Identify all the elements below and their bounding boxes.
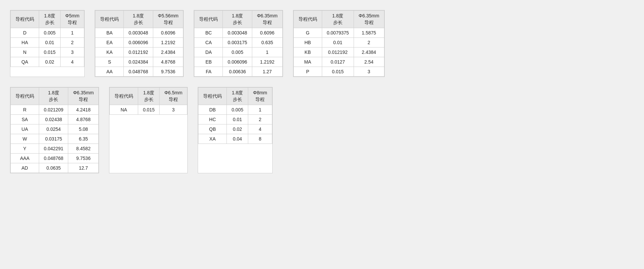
- table-cell: 0.04: [227, 134, 248, 144]
- table-cell: 4.2418: [68, 105, 99, 115]
- table-cell: 0.015: [39, 48, 61, 57]
- table-cell: 0.01: [227, 115, 248, 124]
- table-cell: 0.006096: [223, 57, 252, 67]
- table-cell: 1: [61, 28, 84, 38]
- table-cell: Y: [11, 144, 39, 154]
- table-cell: 1: [248, 105, 272, 115]
- table-row: QB0.024: [198, 124, 272, 134]
- table-cell: FA: [194, 67, 223, 77]
- table-cell: 4.8768: [153, 57, 183, 67]
- table-row: S0.0243844.8768: [95, 57, 183, 67]
- table-cell: HA: [11, 38, 39, 48]
- table-cell: 0.003048: [124, 28, 153, 38]
- column-header: 导程代码: [95, 11, 124, 28]
- table-cell: G: [293, 28, 322, 38]
- table-cell: 0.02: [227, 124, 248, 134]
- column-header: 导程代码: [11, 88, 39, 105]
- table-cell: DB: [198, 105, 227, 115]
- table-cell: R: [11, 105, 39, 115]
- table-cell: 4: [61, 57, 84, 67]
- table-cell: 0.0079375: [322, 28, 354, 38]
- column-header: 1.8度 步长: [322, 11, 354, 28]
- table-cell: 0.021209: [39, 105, 68, 115]
- table-cell: 0.048768: [124, 67, 153, 77]
- column-header: 1.8度 步长: [138, 88, 160, 105]
- table-cell: 1.27: [252, 67, 282, 77]
- table-cell: EB: [194, 57, 223, 67]
- table-row: UA0.02545.08: [11, 124, 99, 134]
- column-header: Φ6.35mm 导程: [354, 11, 384, 28]
- table-cell: 1.2192: [252, 57, 282, 67]
- table-row: N0.0153: [11, 48, 84, 57]
- table-row: CA0.0031750.635: [194, 38, 282, 48]
- table-cell: 9.7536: [153, 67, 183, 77]
- column-header: Φ6.5mm 导程: [160, 88, 187, 105]
- table-cell: XA: [198, 134, 227, 144]
- table-cell: 0.012192: [124, 48, 153, 57]
- table-row: MA0.01272.54: [293, 57, 384, 67]
- table-cell: NA: [110, 105, 138, 115]
- table-row: XA0.048: [198, 134, 272, 144]
- table-row: P0.0153: [293, 67, 384, 77]
- table-row: KB0.0121922.4384: [293, 48, 384, 57]
- column-header: 1.8度 步长: [39, 88, 68, 105]
- column-header: 导程代码: [293, 11, 322, 28]
- table-cell: KB: [293, 48, 322, 57]
- table-row: HA0.012: [11, 38, 84, 48]
- table-t7: 导程代码1.8度 步长Φ8mm 导程DB0.0051HC0.012QB0.024…: [198, 87, 272, 173]
- table-cell: 3: [354, 67, 384, 77]
- table-cell: D: [11, 28, 39, 38]
- table-cell: BC: [194, 28, 223, 38]
- table-cell: 0.01: [39, 38, 61, 48]
- table-cell: 0.635: [252, 38, 282, 48]
- table-row: BC0.0030480.6096: [194, 28, 282, 38]
- table-cell: QA: [11, 57, 39, 67]
- table-cell: SA: [11, 115, 39, 124]
- table-cell: 8: [248, 134, 272, 144]
- table-cell: 1.5875: [354, 28, 384, 38]
- table-cell: 6.35: [68, 134, 99, 144]
- column-header: 导程代码: [110, 88, 138, 105]
- table-cell: 0.005: [227, 105, 248, 115]
- data-table: 导程代码1.8度 步长Φ6.35mm 导程R0.0212094.2418SA0.…: [10, 87, 99, 173]
- data-table: 导程代码1.8度 步长Φ5mm 导程D0.0051HA0.012N0.0153Q…: [10, 10, 84, 67]
- table-cell: AD: [11, 163, 39, 173]
- column-header: 1.8度 步长: [39, 11, 61, 28]
- table-cell: 0.02438: [39, 115, 68, 124]
- data-table: 导程代码1.8度 步长Φ6.5mm 导程NA0.0153: [109, 87, 187, 115]
- data-table: 导程代码1.8度 步长Φ8mm 导程DB0.0051HC0.012QB0.024…: [198, 87, 272, 144]
- table-row: G0.00793751.5875: [293, 28, 384, 38]
- table-cell: 0.015: [138, 105, 160, 115]
- table-cell: 3: [61, 48, 84, 57]
- column-header: Φ6.35mm 导程: [68, 88, 99, 105]
- table-row: DB0.0051: [198, 105, 272, 115]
- table-cell: AA: [95, 67, 124, 77]
- table-cell: 0.6096: [153, 28, 183, 38]
- table-cell: 2: [354, 38, 384, 48]
- table-cell: HB: [293, 38, 322, 48]
- table-cell: 1: [252, 48, 282, 57]
- section-1: 导程代码1.8度 步长Φ5mm 导程D0.0051HA0.012N0.0153Q…: [10, 10, 634, 77]
- table-cell: 4: [248, 124, 272, 134]
- table-cell: AAA: [11, 154, 39, 163]
- table-cell: BA: [95, 28, 124, 38]
- table-cell: 0.003175: [223, 38, 252, 48]
- table-cell: S: [95, 57, 124, 67]
- column-header: Φ8mm 导程: [248, 88, 272, 105]
- page-container: 导程代码1.8度 步长Φ5mm 导程D0.0051HA0.012N0.0153Q…: [7, 7, 637, 187]
- table-t4: 导程代码1.8度 步长Φ6.35mm 导程G0.00793751.5875HB0…: [293, 10, 385, 77]
- table-cell: 0.00636: [223, 67, 252, 77]
- table-cell: 0.005: [39, 28, 61, 38]
- table-cell: 0.003048: [223, 28, 252, 38]
- table-row: AAA0.0487689.7536: [11, 154, 99, 163]
- table-cell: 5.08: [68, 124, 99, 134]
- table-cell: UA: [11, 124, 39, 134]
- table-cell: EA: [95, 38, 124, 48]
- table-row: FA0.006361.27: [194, 67, 282, 77]
- table-row: NA0.0153: [110, 105, 187, 115]
- table-row: Y0.0422918.4582: [11, 144, 99, 154]
- column-header: 导程代码: [11, 11, 39, 28]
- table-cell: CA: [194, 38, 223, 48]
- table-t1: 导程代码1.8度 步长Φ5mm 导程D0.0051HA0.012N0.0153Q…: [10, 10, 85, 77]
- table-cell: W: [11, 134, 39, 144]
